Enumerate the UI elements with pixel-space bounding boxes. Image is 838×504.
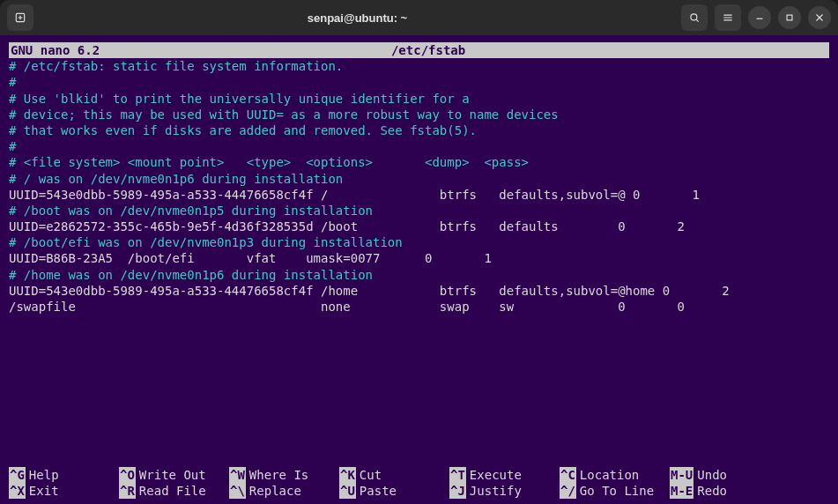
editor-line: /swapfile none swap sw 0 0: [9, 299, 829, 315]
shortcut-row-2: ^XExit^RRead File^\Replace^UPaste^JJusti…: [9, 483, 829, 499]
shortcut-label: Cut: [360, 467, 382, 483]
shortcut-key: ^/: [560, 483, 576, 499]
window-titlebar: senpai@ubuntu: ~: [0, 0, 838, 35]
editor-line: # <file system> <mount point> <type> <op…: [9, 154, 829, 170]
minimize-button[interactable]: [748, 6, 771, 29]
editor-line: # device; this may be used with UUID= as…: [9, 107, 829, 122]
shortcut-label: Exit: [29, 483, 59, 499]
shortcut-key: M-E: [670, 483, 693, 499]
editor-line: # / was on /dev/nvme0n1p6 during install…: [9, 171, 829, 187]
shortcut-label: Help: [29, 467, 59, 483]
editor-line: UUID=e2862572-355c-465b-9e5f-4d36f328535…: [9, 219, 829, 234]
shortcut-item: ^UPaste: [339, 483, 449, 499]
editor-line: # that works even if disks are added and…: [9, 122, 829, 138]
shortcut-item: ^XExit: [9, 483, 119, 499]
shortcut-item: ^KCut: [339, 467, 449, 483]
editor-line: #: [9, 74, 829, 90]
shortcut-key: ^C: [560, 467, 576, 483]
shortcut-item: ^JJustify: [449, 483, 560, 499]
shortcut-key: ^X: [9, 483, 26, 499]
shortcut-label: Go To Line: [580, 483, 654, 499]
shortcut-key: ^J: [449, 483, 466, 499]
shortcut-label: Justify: [470, 483, 522, 499]
shortcut-item: ^CLocation: [560, 467, 670, 483]
shortcut-key: ^R: [119, 483, 136, 499]
shortcut-key: ^\: [229, 483, 246, 499]
shortcut-label: Execute: [470, 467, 522, 483]
shortcut-key: ^W: [229, 467, 246, 483]
editor-line: # Use 'blkid' to print the universally u…: [9, 91, 829, 107]
shortcut-key: ^T: [449, 467, 466, 483]
editor-line: UUID=543e0dbb-5989-495a-a533-44476658cf4…: [9, 187, 829, 203]
menu-button[interactable]: [715, 4, 741, 31]
shortcut-item: M-UUndo: [670, 467, 780, 483]
shortcut-row-1: ^GHelp^OWrite Out^WWhere Is^KCut^TExecut…: [9, 467, 829, 483]
nano-header: GNU nano 6.2 /etc/fstab: [9, 42, 829, 58]
shortcut-label: Location: [580, 467, 639, 483]
shortcut-item: ^/Go To Line: [560, 483, 670, 499]
shortcut-label: Paste: [360, 483, 397, 499]
search-button[interactable]: [681, 4, 708, 31]
close-button[interactable]: [808, 6, 831, 29]
shortcut-label: Redo: [697, 483, 727, 499]
shortcut-key: ^G: [9, 467, 26, 483]
editor-line: UUID=543e0dbb-5989-495a-a533-44476658cf4…: [9, 283, 829, 299]
shortcut-item: ^\Replace: [229, 483, 339, 499]
shortcut-key: ^K: [339, 467, 356, 483]
shortcut-item: ^GHelp: [9, 467, 119, 483]
editor-line: UUID=B86B-23A5 /boot/efi vfat umask=0077…: [9, 250, 829, 266]
maximize-button[interactable]: [778, 6, 801, 29]
shortcut-label: Where Is: [249, 467, 308, 483]
editor-line: # /etc/fstab: static file system informa…: [9, 58, 829, 74]
window-title: senpai@ubuntu: ~: [33, 11, 681, 25]
shortcut-key: ^U: [339, 483, 356, 499]
svg-rect-2: [787, 15, 792, 20]
terminal-area[interactable]: GNU nano 6.2 /etc/fstab # /etc/fstab: st…: [0, 35, 838, 504]
nano-shortcut-bar: ^GHelp^OWrite Out^WWhere Is^KCut^TExecut…: [9, 467, 829, 504]
shortcut-item: ^OWrite Out: [119, 467, 229, 483]
shortcut-item: ^WWhere Is: [229, 467, 339, 483]
shortcut-label: Replace: [249, 483, 301, 499]
shortcut-item: M-ERedo: [670, 483, 780, 499]
shortcut-key: ^O: [119, 467, 136, 483]
editor-line: # /boot was on /dev/nvme0n1p5 during ins…: [9, 203, 829, 219]
shortcut-label: Undo: [697, 467, 727, 483]
new-tab-button[interactable]: [7, 4, 33, 31]
shortcut-item: ^RRead File: [119, 483, 229, 499]
editor-line: # /home was on /dev/nvme0n1p6 during ins…: [9, 267, 829, 283]
svg-point-1: [691, 14, 697, 20]
editor-line: # /boot/efi was on /dev/nvme0n1p3 during…: [9, 234, 829, 250]
shortcut-label: Write Out: [139, 467, 206, 483]
shortcut-label: Read File: [139, 483, 206, 499]
editor-line: #: [9, 138, 829, 154]
nano-filename: /etc/fstab: [29, 42, 827, 58]
editor-buffer[interactable]: # /etc/fstab: static file system informa…: [9, 58, 829, 466]
shortcut-item: ^TExecute: [449, 467, 560, 483]
shortcut-key: M-U: [670, 467, 693, 483]
